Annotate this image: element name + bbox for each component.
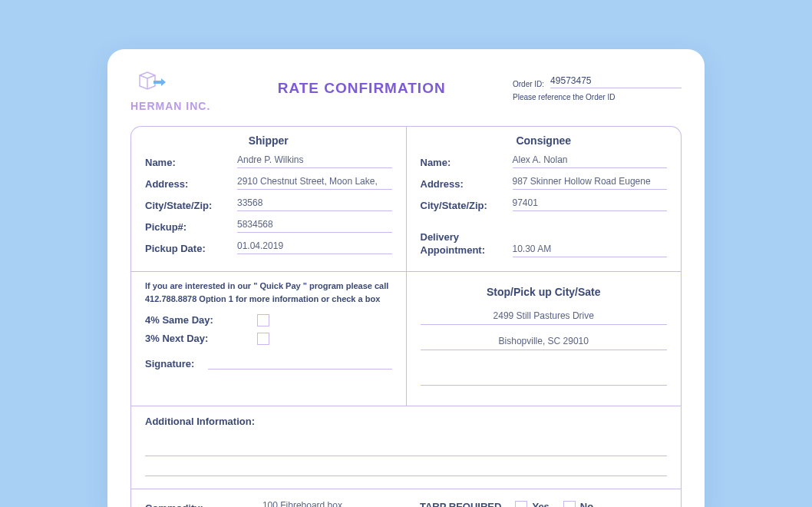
commodity-value: 100 Fibreboard box bbox=[213, 500, 392, 507]
quickpay-3pct-label: 3% Next Day: bbox=[145, 333, 245, 344]
consignee-delivery-label: Delivery Appointment: bbox=[421, 231, 507, 257]
order-block: Order ID: 49573475 Please reference the … bbox=[513, 75, 682, 101]
consignee-csz-label: City/State/Zip: bbox=[421, 200, 507, 211]
quickpay-note: If you are interested in our " Quick Pay… bbox=[145, 280, 392, 307]
shipper-address-value: 2910 Chestnut Street, Moon Lake, bbox=[237, 176, 392, 190]
company-logo-block: Herman Inc. bbox=[130, 69, 210, 112]
shipper-pickup-num-value: 5834568 bbox=[237, 219, 392, 233]
stage: Herman Inc. RATE CONFIRMATION Order ID: … bbox=[0, 0, 812, 507]
stop-blank-line bbox=[421, 370, 668, 386]
consignee-delivery-value: 10.30 AM bbox=[513, 244, 668, 257]
tarp-no-label: No bbox=[580, 501, 593, 507]
shipper-pickup-date-label: Pickup Date: bbox=[145, 243, 231, 254]
quickpay-4pct-checkbox[interactable] bbox=[257, 314, 269, 326]
consignee-title: Consignee bbox=[421, 134, 668, 147]
commodity-section: Commodity: 100 Fibreboard box TARP REQUI… bbox=[131, 489, 681, 507]
consignee-column: Consignee Name: Alex A. Nolan Address: 9… bbox=[407, 127, 682, 271]
stop-line1: 2499 Still Pastures Drive bbox=[421, 306, 668, 325]
additional-line-2[interactable] bbox=[145, 462, 667, 476]
shipper-title: Shipper bbox=[145, 134, 392, 147]
shipper-address-label: Address: bbox=[145, 178, 231, 190]
shipper-column: Shipper Name: Andre P. Wilkins Address: … bbox=[131, 127, 407, 271]
stop-column: Stop/Pick up City/Sate 2499 Still Pastur… bbox=[407, 272, 682, 406]
additional-line-1[interactable] bbox=[145, 442, 667, 456]
tarp-yes-label: Yes bbox=[532, 501, 549, 507]
form-body: Shipper Name: Andre P. Wilkins Address: … bbox=[130, 126, 682, 507]
additional-info-section: Additional Information: bbox=[131, 406, 681, 489]
order-id-value: 49573475 bbox=[550, 75, 682, 88]
shipper-name-label: Name: bbox=[145, 157, 231, 168]
shipper-pickup-date-value: 01.04.2019 bbox=[237, 240, 392, 254]
shipper-name-value: Andre P. Wilkins bbox=[237, 154, 392, 168]
stop-title: Stop/Pick up City/Sate bbox=[421, 286, 668, 298]
stop-line2: Bishopville, SC 29010 bbox=[421, 331, 668, 350]
tarp-yes-checkbox[interactable] bbox=[515, 501, 527, 507]
signature-line[interactable] bbox=[208, 356, 391, 369]
quickpay-3pct-checkbox[interactable] bbox=[257, 333, 269, 345]
consignee-address-value: 987 Skinner Hollow Road Eugene bbox=[513, 176, 668, 190]
commodity-label: Commodity: bbox=[145, 502, 203, 507]
consignee-name-label: Name: bbox=[421, 157, 507, 168]
signature-label: Signature: bbox=[145, 358, 194, 369]
tarp-required-label: TARP REQUIRED bbox=[420, 501, 501, 507]
shipper-csz-value: 33568 bbox=[237, 197, 392, 211]
shipper-pickup-num-label: Pickup#: bbox=[145, 221, 231, 233]
quickpay-4pct-label: 4% Same Day: bbox=[145, 314, 245, 326]
additional-info-label: Additional Information: bbox=[145, 416, 667, 427]
consignee-name-value: Alex A. Nolan bbox=[513, 154, 668, 168]
shipper-csz-label: City/State/Zip: bbox=[145, 200, 231, 211]
order-id-label: Order ID: bbox=[513, 80, 544, 88]
company-name: Herman Inc. bbox=[130, 100, 210, 112]
order-hint: Please reference the Order ID bbox=[513, 93, 682, 101]
quickpay-column: If you are interested in our " Quick Pay… bbox=[131, 272, 407, 406]
tarp-no-checkbox[interactable] bbox=[563, 501, 576, 507]
document-paper: Herman Inc. RATE CONFIRMATION Order ID: … bbox=[107, 49, 705, 507]
consignee-csz-value: 97401 bbox=[513, 197, 668, 211]
box-arrow-icon bbox=[130, 69, 166, 97]
document-title: RATE CONFIRMATION bbox=[278, 80, 446, 97]
consignee-address-label: Address: bbox=[421, 178, 507, 190]
